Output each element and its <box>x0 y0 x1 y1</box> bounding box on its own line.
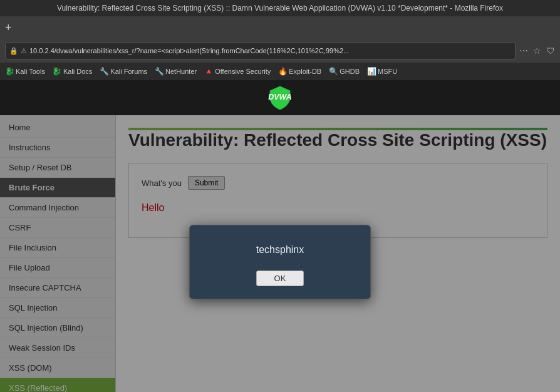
content-area: Home Instructions Setup / Reset DB Brute… <box>0 115 560 392</box>
browser-toolbar: + <box>0 16 560 39</box>
exploit-db-icon: 🔥 <box>278 67 287 76</box>
nethunter-icon: 🔧 <box>155 67 163 76</box>
bookmark-offensive-security-label: Offensive Security <box>215 68 271 75</box>
bookmark-ghdb-label: GHDB <box>340 68 360 75</box>
kali-docs-icon: 🐉 <box>53 67 61 76</box>
url-text: 10.0.2.4/dvwa/vulnerabilities/xss_r/?nam… <box>29 47 511 54</box>
bookmark-kali-docs[interactable]: 🐉 Kali Docs <box>53 67 92 76</box>
bookmark-exploit-db-label: Exploit-DB <box>289 68 321 75</box>
dialog-overlay: techsphinx OK <box>0 115 560 392</box>
bookmark-kali-tools[interactable]: 🐉 Kali Tools <box>5 67 45 76</box>
dvwa-shield-icon: DVWA <box>267 85 293 110</box>
browser-titlebar: Vulnerability: Reflected Cross Site Scri… <box>0 0 560 16</box>
bookmark-exploit-db[interactable]: 🔥 Exploit-DB <box>278 67 321 76</box>
kali-forums-icon: 🔧 <box>100 67 108 76</box>
bookmark-nethunter-label: NetHunter <box>165 68 197 75</box>
svg-text:DVWA: DVWA <box>268 93 291 101</box>
dialog-message: techsphinx <box>256 244 304 255</box>
dialog-ok-button[interactable]: OK <box>256 271 304 286</box>
bookmark-nethunter[interactable]: 🔧 NetHunter <box>155 67 197 76</box>
shield-icon[interactable]: 🛡 <box>546 46 555 56</box>
dvwa-header: DVWA <box>0 80 560 115</box>
security-warning-icon: ⚠ <box>21 47 27 55</box>
bookmark-kali-tools-label: Kali Tools <box>16 68 45 75</box>
bookmark-offensive-security[interactable]: 🔺 Offensive Security <box>204 67 271 76</box>
bookmark-kali-docs-label: Kali Docs <box>63 68 92 75</box>
browser-nav-area: 🔒 ⚠ 10.0.2.4/dvwa/vulnerabilities/xss_r/… <box>0 39 560 63</box>
msfu-icon: 📊 <box>367 67 376 76</box>
bookmark-msfu[interactable]: 📊 MSFU <box>367 67 397 76</box>
offensive-security-icon: 🔺 <box>204 67 213 76</box>
bookmarks-bar: 🐉 Kali Tools 🐉 Kali Docs 🔧 Kali Forums 🔧… <box>0 63 560 80</box>
kali-tools-icon: 🐉 <box>5 67 14 76</box>
menu-icon[interactable]: ⋯ <box>519 46 528 56</box>
url-bar[interactable]: 🔒 ⚠ 10.0.2.4/dvwa/vulnerabilities/xss_r/… <box>5 42 516 59</box>
dvwa-logo: DVWA <box>267 85 293 110</box>
bookmark-kali-forums-label: Kali Forums <box>110 68 147 75</box>
bookmark-kali-forums[interactable]: 🔧 Kali Forums <box>100 67 147 76</box>
lock-icon: 🔒 <box>9 47 18 55</box>
bookmark-star-icon[interactable]: ☆ <box>533 46 541 56</box>
bookmark-ghdb[interactable]: 🔍 GHDB <box>329 67 360 76</box>
bookmark-msfu-label: MSFU <box>378 68 397 75</box>
full-page: DVWA Home Instructions Setup / Reset DB … <box>0 80 560 392</box>
titlebar-text: Vulnerability: Reflected Cross Site Scri… <box>57 4 503 13</box>
alert-dialog: techsphinx OK <box>189 225 371 299</box>
new-tab-button[interactable]: + <box>5 21 12 34</box>
ghdb-icon: 🔍 <box>329 67 338 76</box>
